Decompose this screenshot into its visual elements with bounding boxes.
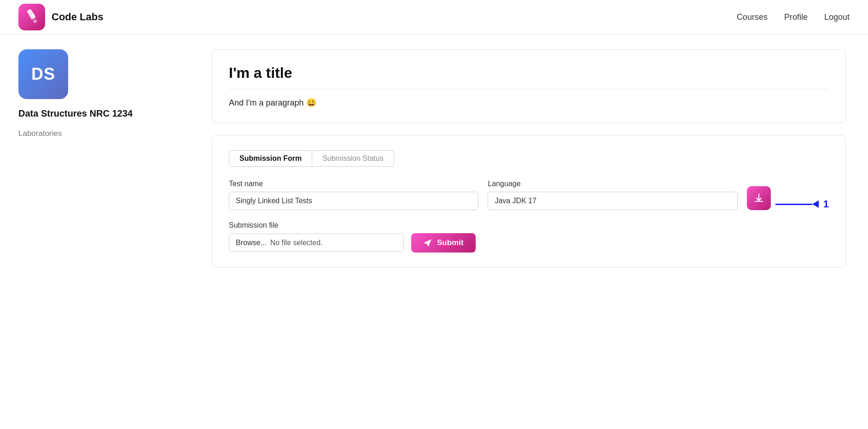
test-name-label: Test name (229, 180, 478, 188)
tab-submission-status[interactable]: Submission Status (312, 150, 394, 167)
submission-file-label: Submission file (229, 221, 829, 229)
language-group: Language (488, 180, 737, 210)
test-name-input[interactable] (229, 192, 478, 210)
sidebar: DS Data Structures NRC 1234 Laboratories (0, 35, 193, 429)
navbar: Code Labs Courses Profile Logout (0, 0, 868, 35)
brand-logo (18, 4, 45, 30)
submission-card: Submission Form Submission Status Test n… (212, 135, 846, 268)
annotation-arrow: 1 (775, 198, 829, 210)
navbar-links: Courses Profile Logout (737, 12, 850, 22)
main-content: I'm a title And I'm a paragraph 😀 Submis… (193, 35, 868, 429)
course-name: Data Structures NRC 1234 (18, 108, 175, 119)
submission-file-group: Submission file Browse... No file select… (229, 221, 829, 253)
arrow-line (775, 204, 812, 205)
nav-logout[interactable]: Logout (824, 12, 850, 22)
test-name-group: Test name (229, 180, 478, 210)
page-paragraph: And I'm a paragraph 😀 (229, 98, 829, 108)
nav-courses[interactable]: Courses (737, 12, 768, 22)
labs-label: Laboratories (18, 129, 175, 138)
file-row: Browse... No file selected. Submit (229, 233, 829, 253)
tab-submission-form[interactable]: Submission Form (229, 150, 312, 167)
svg-point-2 (33, 19, 37, 23)
download-button[interactable] (747, 186, 771, 210)
submit-label: Submit (437, 238, 464, 247)
file-input-wrapper[interactable]: Browse... No file selected. (229, 234, 404, 252)
page-title: I'm a title (229, 65, 829, 82)
svg-rect-0 (27, 9, 36, 20)
arrow-head (812, 200, 819, 208)
tabs: Submission Form Submission Status (229, 150, 829, 167)
download-outer: 1 (747, 186, 829, 210)
page-layout: DS Data Structures NRC 1234 Laboratories… (0, 35, 868, 429)
brand: Code Labs (18, 4, 103, 30)
title-card: I'm a title And I'm a paragraph 😀 (212, 49, 846, 123)
language-input[interactable] (488, 192, 737, 210)
brand-name: Code Labs (52, 11, 103, 23)
form-row-test-language: Test name Language (229, 180, 829, 210)
file-no-selection: No file selected. (270, 239, 323, 247)
course-avatar: DS (18, 49, 68, 99)
file-browse-text: Browse... (236, 239, 267, 247)
nav-profile[interactable]: Profile (784, 12, 808, 22)
language-label: Language (488, 180, 737, 188)
course-initials: DS (31, 65, 55, 84)
submit-button[interactable]: Submit (411, 233, 476, 253)
annotation-number: 1 (823, 198, 829, 210)
